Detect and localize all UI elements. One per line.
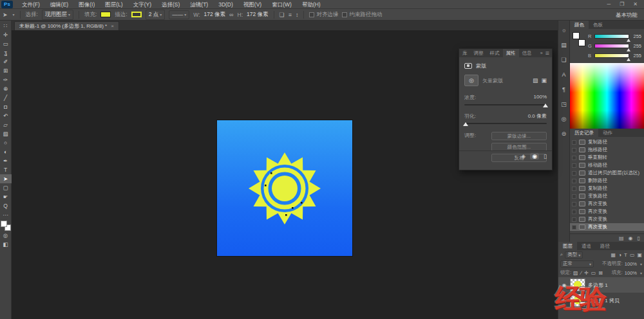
menu-file[interactable]: 文件(F) — [17, 0, 45, 9]
history-source-well[interactable] — [572, 217, 576, 222]
green-slider-knob[interactable] — [627, 48, 630, 51]
menu-edit[interactable]: 编辑(E) — [45, 0, 73, 9]
history-entry[interactable]: 变换路径 — [570, 192, 644, 200]
history-source-well[interactable] — [572, 194, 576, 199]
tab-paths[interactable]: 路径 — [596, 242, 614, 250]
lasso-tool[interactable]: ʓ — [0, 48, 12, 57]
move-tool[interactable]: ✛ — [0, 30, 12, 39]
eyedropper-tool[interactable]: ✑ — [0, 75, 12, 84]
opacity-caret-icon[interactable]: ▾ — [640, 262, 642, 266]
tool-preset-caret-icon[interactable]: ▾ — [13, 12, 15, 17]
history-brush-tool[interactable]: ↶ — [0, 111, 12, 120]
lock-pixels-icon[interactable]: ∕ — [581, 270, 582, 276]
crop-tool[interactable]: ⊞ — [0, 66, 12, 75]
red-slider-knob[interactable] — [627, 39, 630, 42]
path-select-tool[interactable]: ➤ — [0, 174, 12, 183]
filter-type-layers-icon[interactable]: T — [624, 252, 627, 258]
tab-styles[interactable]: 样式 — [487, 49, 503, 57]
zoom-tool[interactable]: Q — [0, 201, 12, 210]
panel-menu-icon[interactable]: ☰ — [545, 51, 549, 56]
lock-all-icon[interactable]: ⊠ — [598, 270, 603, 276]
align-edges-checkbox[interactable]: 对齐边缘 — [309, 11, 338, 19]
mask-edge-button[interactable]: 蒙版边缘... — [491, 132, 547, 140]
tab-actions[interactable]: 动作 — [598, 129, 617, 137]
history-entry[interactable]: 删除路径 — [570, 177, 644, 185]
type-tool[interactable]: T — [0, 165, 12, 174]
history-entry[interactable]: 再次变换 — [570, 200, 644, 208]
color-spectrum-picker[interactable] — [569, 63, 644, 129]
filter-smart-objects-icon[interactable]: ▣ — [637, 252, 642, 258]
layer-search-icon[interactable]: ⌕ — [560, 251, 563, 258]
menu-type[interactable]: 文字(Y) — [128, 0, 156, 9]
history-source-well[interactable] — [572, 148, 576, 152]
add-pixel-mask-icon[interactable]: ▨ — [533, 77, 538, 84]
feather-slider-knob[interactable] — [463, 122, 468, 126]
blue-slider[interactable] — [594, 53, 629, 58]
blend-mode-dropdown[interactable]: 正常▾ — [560, 260, 594, 268]
blur-tool[interactable]: ○ — [0, 138, 12, 147]
load-selection-icon[interactable]: ▫ — [515, 153, 516, 160]
artboard-blue-square[interactable] — [217, 120, 352, 256]
color-fg-bg-swatches[interactable] — [573, 32, 585, 46]
sun-shape[interactable] — [236, 140, 333, 237]
foreground-color-swatch[interactable] — [1, 221, 7, 227]
vector-mask-thumbnail-button[interactable]: ◎ — [464, 75, 478, 86]
mask-visibility-eye-icon[interactable]: ◉ — [530, 153, 539, 160]
foreground-background-swatches[interactable] — [1, 221, 11, 231]
fill-caret-icon[interactable]: ▾ — [640, 271, 642, 275]
tab-color[interactable]: 颜色 — [570, 21, 589, 29]
apply-mask-icon[interactable]: ◈ — [521, 153, 526, 160]
screen-mode-button[interactable]: ◧ — [0, 240, 12, 249]
layer-filter-dropdown[interactable]: 类型▾ — [565, 251, 583, 259]
history-source-well[interactable] — [572, 179, 576, 183]
menu-help[interactable]: 帮助(H) — [297, 0, 326, 9]
history-entry[interactable]: 垂直翻转 — [570, 154, 644, 161]
history-entry[interactable]: 复制路径 — [570, 138, 644, 146]
menu-select[interactable]: 选择(S) — [156, 0, 185, 9]
new-doc-from-state-icon[interactable]: ▤ — [619, 235, 624, 241]
path-operations-icon[interactable]: ❏ — [279, 12, 285, 18]
history-entry[interactable]: 拖移路径 — [570, 146, 644, 154]
history-source-well[interactable] — [572, 187, 576, 191]
stroke-style-dropdown[interactable]: ——▾ — [169, 10, 189, 19]
filter-pixel-layers-icon[interactable]: ▦ — [611, 252, 616, 258]
stroke-width-dropdown[interactable]: 2 点▾ — [146, 10, 166, 20]
lock-transparency-icon[interactable]: ▨ — [573, 270, 578, 276]
dodge-tool[interactable]: ◐ — [0, 147, 12, 156]
menu-window[interactable]: 窗口(W) — [267, 0, 297, 9]
marquee-tool[interactable]: ▭ — [0, 39, 12, 48]
history-source-well[interactable] — [572, 156, 576, 160]
character-panel-icon[interactable]: A — [562, 71, 565, 78]
fill-swatch[interactable] — [100, 12, 111, 17]
density-slider[interactable] — [464, 104, 547, 105]
history-entry[interactable]: 再次变换 — [570, 208, 644, 215]
quick-mask-button[interactable]: ◎ — [0, 231, 12, 240]
close-icon[interactable]: ✕ — [633, 1, 638, 7]
background-color-swatch[interactable] — [578, 39, 585, 46]
active-tool-icon[interactable]: ➤ — [3, 12, 8, 18]
fill-value[interactable]: 100% — [625, 270, 637, 276]
histogram-panel-icon[interactable]: ▤ — [561, 42, 567, 48]
history-source-well[interactable] — [572, 163, 576, 168]
eraser-tool[interactable]: ▱ — [0, 120, 12, 129]
history-entry-selected[interactable]: 再次变换 — [570, 223, 644, 231]
foreground-color-swatch[interactable] — [573, 32, 580, 39]
paragraph-panel-icon[interactable]: ¶ — [562, 86, 565, 93]
feather-slider[interactable] — [464, 123, 547, 124]
minimize-icon[interactable]: ─ — [607, 1, 611, 7]
gradient-tool[interactable]: ▧ — [0, 129, 12, 138]
clone-source-panel-icon[interactable]: ◳ — [561, 101, 567, 107]
history-entry[interactable]: 复制路径 — [570, 185, 644, 192]
restore-icon[interactable]: ❐ — [620, 1, 624, 7]
path-arrangement-icon[interactable]: ↕ — [296, 12, 299, 18]
document-tab[interactable]: 未标题-1 @ 100% (多边形 1, RGB/8) * × — [14, 21, 119, 30]
select-mode-dropdown[interactable]: 现用图层▾ — [42, 10, 73, 20]
hand-tool[interactable]: ☛ — [0, 192, 12, 201]
toolbar-grip[interactable]: ∷ — [0, 21, 12, 30]
green-slider[interactable] — [594, 44, 629, 48]
blue-slider-knob[interactable] — [627, 58, 630, 61]
shape-tool[interactable]: ▢ — [0, 183, 12, 192]
new-snapshot-camera-icon[interactable]: ◉ — [629, 235, 633, 241]
constrain-path-drag-checkbox[interactable]: 约束路径拖动 — [342, 11, 382, 19]
quick-select-tool[interactable]: ✐ — [0, 57, 12, 66]
